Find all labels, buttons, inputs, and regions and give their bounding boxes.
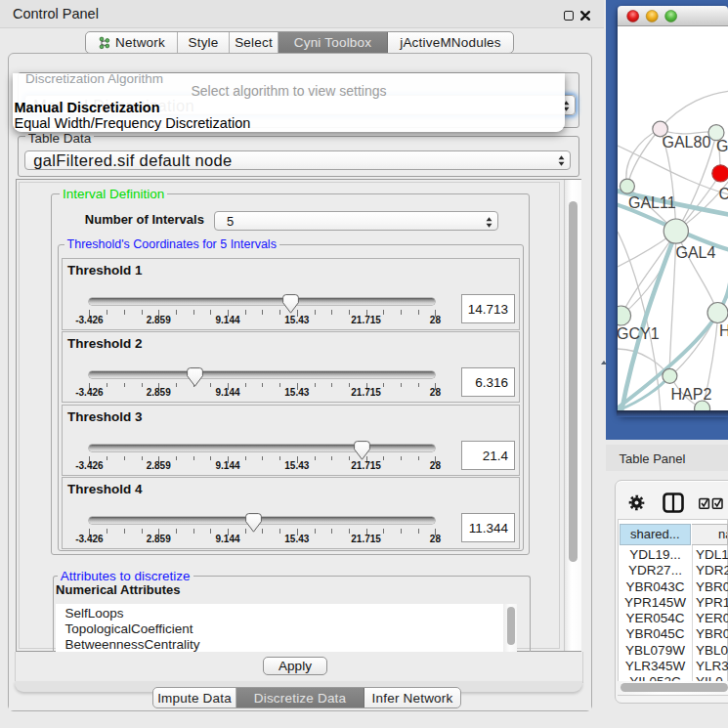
svg-text:GCY1: GCY1: [618, 325, 660, 342]
svg-text:H: H: [719, 322, 728, 339]
svg-text:GAL4: GAL4: [675, 244, 715, 261]
svg-text:GA: GA: [716, 138, 728, 154]
svg-text:GAL80: GAL80: [662, 133, 710, 150]
svg-text:HAP2: HAP2: [670, 386, 711, 403]
svg-text:GAL11: GAL11: [628, 193, 676, 210]
svg-text:C: C: [718, 185, 728, 201]
